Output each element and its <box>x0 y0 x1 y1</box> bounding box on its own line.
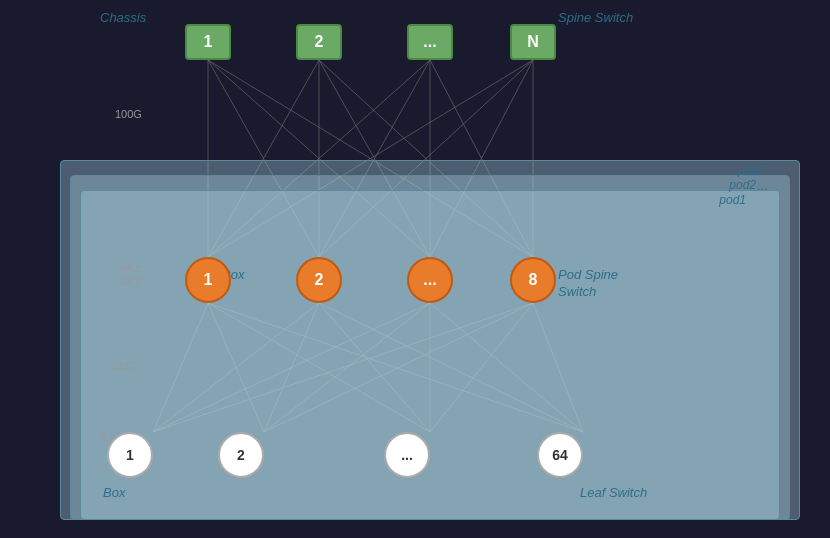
podx-label: podX <box>738 163 766 177</box>
pod2-label: pod2 <box>729 178 756 192</box>
diagram-container: podX pod2 pod1 ... Chassis Spine Switch … <box>0 0 830 538</box>
bandwidth-100g-top: 100G <box>115 108 142 120</box>
spine-node-2: 2 <box>296 24 342 60</box>
spine-switch-label: Spine Switch <box>558 10 633 25</box>
leaf-node-2: 2 <box>218 432 264 478</box>
spine-node-1: 1 <box>185 24 231 60</box>
up-down-label: 64上64下 <box>120 260 143 291</box>
chassis-label: Chassis <box>100 10 146 25</box>
leaf-node-dots: ... <box>384 432 430 478</box>
leaf-node-64: 64 <box>537 432 583 478</box>
spine-node-dots: ... <box>407 24 453 60</box>
spine-node-n: N <box>510 24 556 60</box>
pod-pod1-card <box>80 190 780 520</box>
leaf-box-label: Box <box>103 485 125 500</box>
pod-spine-node-8: 8 <box>510 257 556 303</box>
pod-spine-node-2: 2 <box>296 257 342 303</box>
dots-label: ... <box>757 178 768 193</box>
pod1-label: pod1 <box>719 193 746 207</box>
pod-spine-node-1: 1 <box>185 257 231 303</box>
pod-spine-switch-label: Pod SpineSwitch <box>558 267 618 301</box>
pod-spine-node-dots: ... <box>407 257 453 303</box>
leaf-switch-label: Leaf Switch <box>580 485 647 500</box>
leaf-node-1: 1 <box>107 432 153 478</box>
bandwidth-100g-mid: 100G <box>110 360 137 372</box>
